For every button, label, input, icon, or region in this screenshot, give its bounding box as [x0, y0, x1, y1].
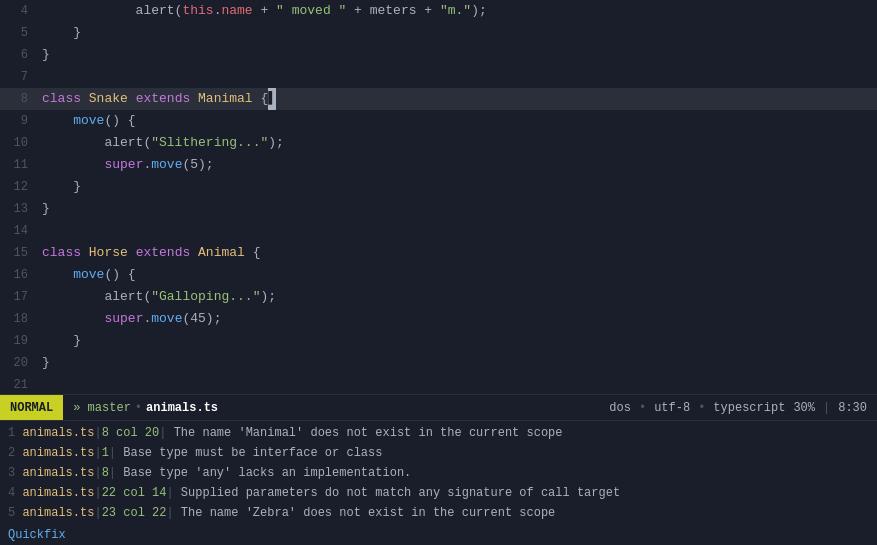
error-message: Base type 'any' lacks an implementation. — [123, 463, 411, 483]
token — [42, 113, 73, 128]
status-format: utf-8 — [654, 401, 690, 415]
line-number: 6 — [0, 44, 38, 66]
token: extends — [136, 245, 198, 260]
status-sep2: • — [639, 401, 646, 415]
line-number: 8 — [0, 88, 38, 110]
token: move — [73, 113, 104, 128]
line-content: } — [38, 352, 877, 374]
error-index: 3 — [8, 463, 22, 483]
error-sep2: | — [166, 503, 180, 523]
token: Animal — [198, 245, 253, 260]
code-line: 4 alert(this.name + " moved " + meters +… — [0, 0, 877, 22]
error-sep: | — [94, 483, 101, 503]
error-panel: 1 animals.ts|8 col 20| The name 'Manimal… — [0, 420, 877, 525]
line-content: alert(this.name + " moved " + meters + "… — [38, 0, 877, 22]
error-sep: | — [94, 463, 101, 483]
code-line: 7 — [0, 66, 877, 88]
token: " moved " — [276, 3, 346, 18]
code-line: 20} — [0, 352, 877, 374]
error-message: Supplied parameters do not match any sig… — [181, 483, 620, 503]
status-filename: animals.ts — [146, 401, 218, 415]
token — [42, 267, 73, 282]
token: "Galloping..." — [151, 289, 260, 304]
error-line: 3 animals.ts|8| Base type 'any' lacks an… — [0, 463, 877, 483]
token: alert( — [42, 3, 182, 18]
line-content: class Snake extends Manimal {▌ — [38, 88, 877, 110]
error-sep2: | — [159, 423, 173, 443]
code-line: 21 — [0, 374, 877, 394]
token: class — [42, 91, 89, 106]
status-sep1: • — [135, 401, 142, 415]
token: ); — [471, 3, 487, 18]
token: () { — [104, 267, 135, 282]
token: alert( — [42, 135, 151, 150]
vim-mode: NORMAL — [0, 395, 63, 421]
quickfix-bar[interactable]: Quickfix — [0, 525, 877, 545]
code-line: 5 } — [0, 22, 877, 44]
error-sep: | — [94, 503, 101, 523]
line-number: 11 — [0, 154, 38, 176]
line-number: 9 — [0, 110, 38, 132]
error-sep2: | — [166, 483, 180, 503]
code-line: 13} — [0, 198, 877, 220]
token: () { — [104, 113, 135, 128]
git-branch: » master — [73, 401, 131, 415]
line-number: 12 — [0, 176, 38, 198]
line-content — [38, 374, 877, 394]
line-number: 10 — [0, 132, 38, 154]
token: alert( — [42, 289, 151, 304]
code-line: 15class Horse extends Animal { — [0, 242, 877, 264]
token: (45); — [182, 311, 221, 326]
line-number: 5 — [0, 22, 38, 44]
line-content: move() { — [38, 264, 877, 286]
error-file: animals.ts — [22, 463, 94, 483]
error-sep2: | — [109, 443, 123, 463]
code-line: 18 super.move(45); — [0, 308, 877, 330]
line-content — [38, 220, 877, 242]
token: } — [42, 25, 81, 40]
line-number: 19 — [0, 330, 38, 352]
line-content — [38, 66, 877, 88]
error-index: 1 — [8, 423, 22, 443]
code-line: 6} — [0, 44, 877, 66]
line-content: super.move(5); — [38, 154, 877, 176]
token: ); — [260, 289, 276, 304]
line-content: } — [38, 22, 877, 44]
token: extends — [136, 91, 198, 106]
error-index: 4 — [8, 483, 22, 503]
error-line: 1 animals.ts|8 col 20| The name 'Manimal… — [0, 423, 877, 443]
token: "m." — [440, 3, 471, 18]
line-content: move() { — [38, 110, 877, 132]
error-location: 1 — [102, 443, 109, 463]
status-pos: 8:30 — [838, 401, 867, 415]
error-file: animals.ts — [22, 423, 94, 443]
token: Snake — [89, 91, 136, 106]
line-number: 21 — [0, 374, 38, 394]
code-line: 10 alert("Slithering..."); — [0, 132, 877, 154]
code-area[interactable]: 4 alert(this.name + " moved " + meters +… — [0, 0, 877, 394]
error-line: 4 animals.ts|22 col 14| Supplied paramet… — [0, 483, 877, 503]
status-encoding: dos — [609, 401, 631, 415]
status-lang: typescript — [713, 401, 785, 415]
token: ▌ — [268, 88, 276, 110]
error-sep: | — [94, 423, 101, 443]
status-separator-bar: | — [823, 401, 830, 415]
error-location: 8 col 20 — [102, 423, 160, 443]
code-line: 8class Snake extends Manimal {▌ — [0, 88, 877, 110]
error-message: The name 'Zebra' does not exist in the c… — [181, 503, 555, 523]
token: { — [253, 245, 261, 260]
token: super — [104, 311, 143, 326]
code-line: 17 alert("Galloping..."); — [0, 286, 877, 308]
error-location: 8 — [102, 463, 109, 483]
token: class — [42, 245, 89, 260]
token: Horse — [89, 245, 136, 260]
token: name — [221, 3, 252, 18]
code-line: 12 } — [0, 176, 877, 198]
token: } — [42, 333, 81, 348]
error-index: 2 — [8, 443, 22, 463]
error-sep: | — [94, 443, 101, 463]
token: } — [42, 47, 50, 62]
code-line: 9 move() { — [0, 110, 877, 132]
error-location: 23 col 22 — [102, 503, 167, 523]
token: { — [260, 91, 268, 106]
